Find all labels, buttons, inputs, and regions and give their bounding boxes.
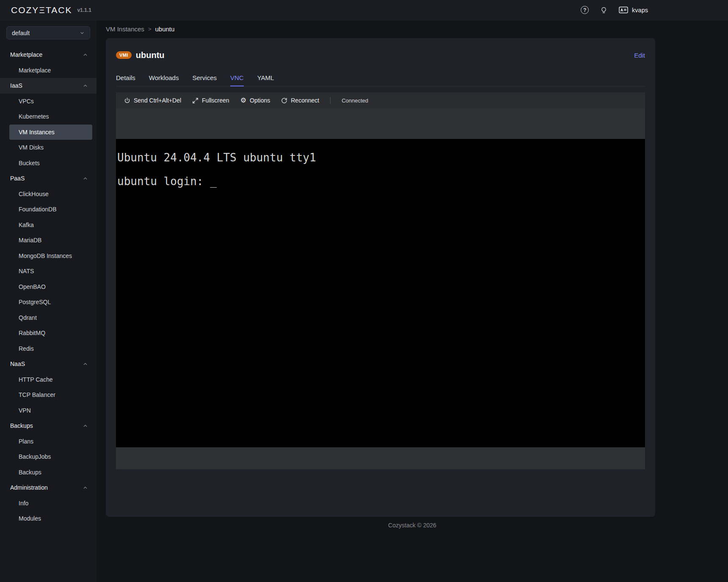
sidebar-nav: MarketplaceMarketplaceIaaSVPCsKubernetes… — [0, 47, 97, 527]
footer-copyright: Cozystack © 2026 — [97, 522, 728, 529]
chevron-up-icon — [83, 53, 88, 57]
nav-item-label: NATS — [19, 268, 34, 274]
terminal-prompt: ubuntu login: — [117, 175, 210, 188]
nav-item-label: ClickHouse — [19, 191, 49, 197]
sidebar-item-backups[interactable]: Backups — [9, 465, 92, 480]
button-label: Fullscreen — [202, 97, 229, 104]
app-version: v1.1.1 — [77, 7, 91, 13]
nav-item-label: Qdrant — [19, 314, 37, 321]
tab-services[interactable]: Services — [192, 70, 217, 86]
sidebar-item-openbao[interactable]: OpenBAO — [9, 279, 92, 295]
section-label: Backups — [10, 422, 33, 429]
chevron-up-icon — [83, 424, 88, 428]
sidebar-item-vm-disks[interactable]: VM Disks — [9, 140, 92, 155]
reconnect-button[interactable]: Reconnect — [281, 97, 319, 104]
sidebar-section-naas[interactable]: NaaS — [0, 356, 97, 372]
app-root: COZYΞTACK v1.1.1 ? — [0, 0, 728, 582]
fullscreen-icon — [192, 97, 199, 104]
chevron-up-icon — [83, 176, 88, 181]
tab-vnc[interactable]: VNC — [230, 70, 244, 86]
nav-item-label: Backups — [19, 469, 41, 476]
tab-details[interactable]: Details — [116, 70, 135, 86]
sidebar-item-modules[interactable]: Modules — [9, 511, 92, 527]
sidebar-item-kubernetes[interactable]: Kubernetes — [9, 109, 92, 125]
nav-item-label: Buckets — [19, 160, 40, 166]
help-icon[interactable]: ? — [581, 6, 589, 14]
breadcrumb: VM Instances > ubuntu — [97, 24, 728, 34]
sidebar-section-iaas[interactable]: IaaS — [0, 78, 97, 94]
body-row: default MarketplaceMarketplaceIaaSVPCsKu… — [0, 20, 728, 582]
tab-workloads[interactable]: Workloads — [149, 70, 179, 86]
vnc-canvas[interactable]: Ubuntu 24.04.4 LTS ubuntu tty1ubuntu log… — [116, 139, 645, 447]
sidebar-item-info[interactable]: Info — [9, 496, 92, 511]
card-tabs: DetailsWorkloadsServicesVNCYAML — [116, 70, 645, 86]
nav-item-label: PostgreSQL — [19, 299, 51, 305]
sidebar-item-qdrant[interactable]: Qdrant — [9, 310, 92, 326]
sidebar-item-backupjobs[interactable]: BackupJobs — [9, 449, 92, 465]
sidebar-item-rabbitmq[interactable]: RabbitMQ — [9, 325, 92, 341]
sidebar-item-redis[interactable]: Redis — [9, 341, 92, 357]
refresh-icon — [281, 97, 287, 104]
tab-yaml[interactable]: YAML — [257, 70, 274, 86]
vm-instance-card: VMI ubuntu Edit DetailsWorkloadsServices… — [106, 38, 655, 517]
sidebar-item-clickhouse[interactable]: ClickHouse — [9, 186, 92, 202]
nav-item-label: BackupJobs — [19, 453, 51, 460]
help-glyph: ? — [581, 6, 589, 14]
sidebar-item-http-cache[interactable]: HTTP Cache — [9, 372, 92, 388]
section-label: NaaS — [10, 360, 25, 367]
idea-icon[interactable] — [600, 6, 607, 14]
options-button[interactable]: ⚙Options — [240, 97, 270, 104]
sidebar-section-marketplace[interactable]: Marketplace — [0, 47, 97, 63]
sidebar-item-mongodb-instances[interactable]: MongoDB Instances — [9, 248, 92, 264]
terminal-cursor: _ — [210, 175, 217, 188]
nav-item-label: VPCs — [19, 98, 34, 105]
nav-item-label: HTTP Cache — [19, 376, 53, 383]
sidebar-section-paas[interactable]: PaaS — [0, 171, 97, 186]
breadcrumb-parent[interactable]: VM Instances — [106, 25, 144, 33]
power-icon — [124, 97, 130, 104]
sidebar-item-nats[interactable]: NATS — [9, 263, 92, 279]
sidebar-item-kafka[interactable]: Kafka — [9, 217, 92, 233]
section-label: PaaS — [10, 175, 25, 182]
sidebar-item-vpn[interactable]: VPN — [9, 403, 92, 418]
nav-item-label: Plans — [19, 438, 33, 445]
nav-item-label: MongoDB Instances — [19, 252, 72, 259]
toolbar-divider — [330, 97, 331, 104]
sidebar-item-vm-instances[interactable]: VM Instances — [9, 125, 92, 140]
sidebar-item-vpcs[interactable]: VPCs — [9, 94, 92, 109]
chevron-up-icon — [83, 485, 88, 490]
nav-item-label: RabbitMQ — [19, 330, 45, 336]
namespace-value: default — [12, 30, 30, 36]
vnc-panel: Send Ctrl+Alt+DelFullscreen⚙OptionsRecon… — [116, 92, 645, 469]
terminal-line: Ubuntu 24.04.4 LTS ubuntu tty1 — [117, 152, 645, 164]
breadcrumb-separator: > — [148, 26, 152, 32]
sidebar: default MarketplaceMarketplaceIaaSVPCsKu… — [0, 20, 97, 582]
sidebar-item-postgresql[interactable]: PostgreSQL — [9, 294, 92, 310]
nav-item-label: Info — [19, 500, 28, 507]
sidebar-item-tcp-balancer[interactable]: TCP Balancer — [9, 387, 92, 403]
user-menu[interactable]: kvaps — [619, 6, 648, 14]
vnc-screen: Ubuntu 24.04.4 LTS ubuntu tty1ubuntu log… — [116, 108, 645, 469]
sidebar-item-foundationdb[interactable]: FoundationDB — [9, 202, 92, 217]
sidebar-item-marketplace[interactable]: Marketplace — [9, 63, 92, 78]
sidebar-section-backups[interactable]: Backups — [0, 418, 97, 434]
vmi-badge: VMI — [116, 51, 132, 59]
sidebar-item-buckets[interactable]: Buckets — [9, 155, 92, 171]
page-title: ubuntu — [136, 50, 165, 60]
section-label: Administration — [10, 484, 48, 491]
sidebar-section-administration[interactable]: Administration — [0, 480, 97, 496]
topbar-actions: ? kvaps — [581, 6, 648, 14]
nav-item-label: Redis — [19, 345, 34, 352]
edit-button[interactable]: Edit — [634, 52, 645, 59]
fullscreen-button[interactable]: Fullscreen — [192, 97, 229, 104]
namespace-select[interactable]: default — [6, 26, 90, 39]
chevron-up-icon — [83, 362, 88, 366]
nav-item-label: VM Disks — [19, 144, 44, 151]
sidebar-item-mariadb[interactable]: MariaDB — [9, 233, 92, 248]
nav-item-label: Kubernetes — [19, 113, 49, 120]
nav-item-label: Marketplace — [19, 67, 51, 74]
app-logo[interactable]: COZYΞTACK — [11, 5, 72, 15]
nav-item-label: Modules — [19, 515, 41, 522]
send-ctrl-alt-del-button[interactable]: Send Ctrl+Alt+Del — [124, 97, 181, 104]
sidebar-item-plans[interactable]: Plans — [9, 434, 92, 449]
